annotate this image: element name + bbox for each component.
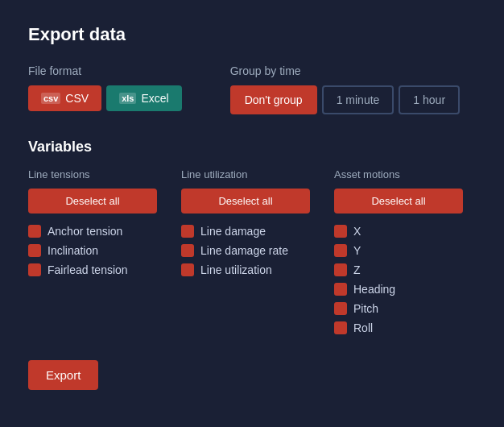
heading-checkbox[interactable] <box>334 283 347 296</box>
x-checkbox[interactable] <box>334 225 347 238</box>
line-utilization-col: Line utilization Deselect all Line damag… <box>181 168 310 341</box>
list-item: Roll <box>334 321 463 334</box>
x-label: X <box>353 225 361 238</box>
deselect-asset-motions-button[interactable]: Deselect all <box>334 189 463 214</box>
inclination-label: Inclination <box>48 244 98 257</box>
pitch-label: Pitch <box>353 302 378 315</box>
inclination-checkbox[interactable] <box>28 244 41 257</box>
list-item: Anchor tension <box>28 225 157 238</box>
list-item: Pitch <box>334 302 463 315</box>
deselect-line-utilization-button[interactable]: Deselect all <box>181 189 310 214</box>
1-hour-label: 1 hour <box>413 93 445 106</box>
y-label: Y <box>353 244 361 257</box>
asset-motions-col: Asset motions Deselect all X Y Z Heading… <box>334 168 463 341</box>
1-minute-label: 1 minute <box>337 93 380 106</box>
list-item: Z <box>334 263 463 276</box>
y-checkbox[interactable] <box>334 244 347 257</box>
variables-section: Variables Line tensions Deselect all Anc… <box>28 139 476 341</box>
variables-grid: Line tensions Deselect all Anchor tensio… <box>28 168 476 341</box>
1-minute-button[interactable]: 1 minute <box>322 85 395 114</box>
list-item: Line utilization <box>181 263 310 276</box>
page-title: Export data <box>28 24 476 45</box>
group-by-time-btn-group: Don't group 1 minute 1 hour <box>230 85 460 114</box>
list-item: Heading <box>334 283 463 296</box>
1-hour-button[interactable]: 1 hour <box>399 85 460 114</box>
line-tensions-col: Line tensions Deselect all Anchor tensio… <box>28 168 157 341</box>
anchor-tension-label: Anchor tension <box>48 225 122 238</box>
group-by-time-section: Group by time Don't group 1 minute 1 hou… <box>230 64 460 114</box>
fairlead-tension-label: Fairlead tension <box>48 263 128 276</box>
line-utilization-title: Line utilization <box>181 168 310 180</box>
excel-icon: xls <box>119 93 136 104</box>
z-label: Z <box>353 263 361 276</box>
csv-label: CSV <box>65 92 89 105</box>
list-item: Inclination <box>28 244 157 257</box>
roll-checkbox[interactable] <box>334 321 347 334</box>
line-damage-label: Line damage <box>200 225 266 238</box>
roll-label: Roll <box>353 321 373 334</box>
line-damage-rate-label: Line damage rate <box>200 244 288 257</box>
pitch-checkbox[interactable] <box>334 302 347 315</box>
line-damage-rate-checkbox[interactable] <box>181 244 194 257</box>
line-utilization-label: Line utilization <box>200 263 272 276</box>
file-format-btn-group: csv CSV xls Excel <box>28 85 182 111</box>
excel-button[interactable]: xls Excel <box>106 85 182 111</box>
list-item: Y <box>334 244 463 257</box>
file-format-section: File format csv CSV xls Excel <box>28 64 182 111</box>
export-section: Export <box>28 360 476 390</box>
group-by-time-label: Group by time <box>230 64 460 77</box>
list-item: Line damage <box>181 225 310 238</box>
csv-icon: csv <box>41 93 60 104</box>
asset-motions-title: Asset motions <box>334 168 463 180</box>
dont-group-button[interactable]: Don't group <box>230 85 317 114</box>
list-item: Line damage rate <box>181 244 310 257</box>
export-button[interactable]: Export <box>28 360 98 390</box>
excel-label: Excel <box>141 92 168 105</box>
list-item: Fairlead tension <box>28 263 157 276</box>
z-checkbox[interactable] <box>334 263 347 276</box>
dont-group-label: Don't group <box>245 93 303 106</box>
file-format-label: File format <box>28 64 182 77</box>
line-utilization-checkbox[interactable] <box>181 263 194 276</box>
anchor-tension-checkbox[interactable] <box>28 225 41 238</box>
fairlead-tension-checkbox[interactable] <box>28 263 41 276</box>
list-item: X <box>334 225 463 238</box>
heading-label: Heading <box>353 283 395 296</box>
csv-button[interactable]: csv CSV <box>28 85 101 111</box>
variables-title: Variables <box>28 139 476 155</box>
line-damage-checkbox[interactable] <box>181 225 194 238</box>
line-tensions-title: Line tensions <box>28 168 157 180</box>
deselect-line-tensions-button[interactable]: Deselect all <box>28 189 157 214</box>
